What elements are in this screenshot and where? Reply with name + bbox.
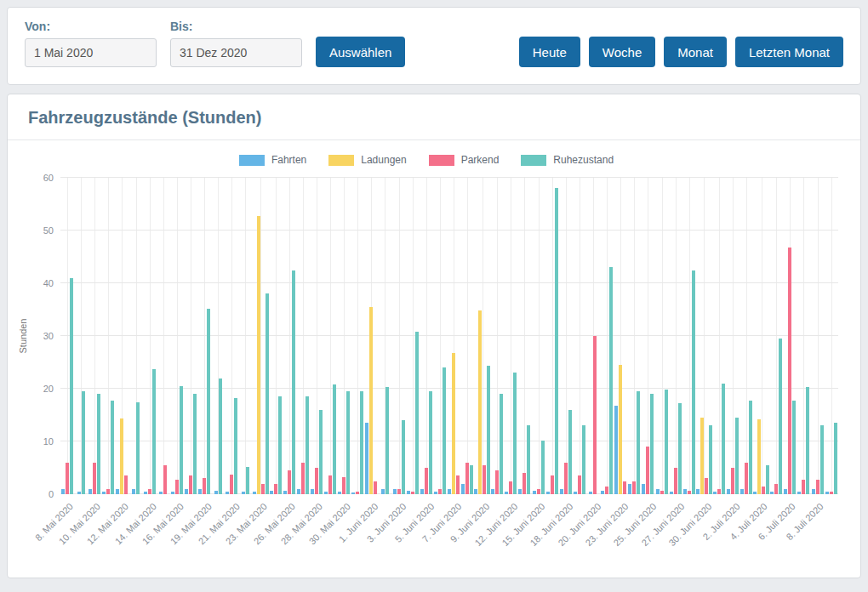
bar-parkend bbox=[274, 484, 277, 494]
bar-group bbox=[420, 178, 433, 494]
bar-group bbox=[238, 178, 252, 494]
bar-fahrten bbox=[474, 489, 477, 494]
bar-parkend bbox=[411, 492, 414, 494]
bar-group bbox=[115, 178, 128, 494]
bar-fahrten bbox=[420, 489, 424, 494]
legend-item-fahrten[interactable]: Fahrten bbox=[239, 154, 306, 166]
y-tick-label: 50 bbox=[43, 225, 54, 236]
bar-ladungen bbox=[700, 418, 704, 494]
bar-fahrten bbox=[601, 491, 604, 494]
bar-ruhezustand bbox=[429, 391, 432, 494]
bar-ladungen bbox=[452, 353, 455, 494]
bar-fahrten bbox=[518, 489, 522, 494]
legend-swatch bbox=[328, 155, 354, 166]
bar-parkend bbox=[830, 492, 833, 494]
bar-parkend bbox=[93, 463, 96, 494]
bar-ladungen bbox=[257, 216, 260, 494]
legend-item-parkend[interactable]: Parkend bbox=[429, 154, 500, 166]
bar-fahrten bbox=[214, 491, 218, 494]
von-field: Von: bbox=[25, 20, 157, 67]
bar-parkend bbox=[261, 484, 265, 494]
bar-parkend bbox=[605, 487, 608, 494]
gridline bbox=[60, 282, 838, 283]
vertical-gridline bbox=[344, 178, 345, 494]
bar-group bbox=[364, 178, 378, 494]
vertical-gridline bbox=[776, 178, 777, 494]
bar-ruhezustand bbox=[541, 441, 545, 494]
bar-fahrten bbox=[546, 492, 550, 494]
y-axis-title: Stunden bbox=[18, 319, 28, 354]
bar-parkend bbox=[578, 475, 581, 494]
bar-parkend bbox=[288, 470, 291, 494]
bar-group bbox=[753, 178, 769, 494]
bar-ruhezustand bbox=[443, 367, 446, 494]
legend-label: Ruhezustand bbox=[553, 154, 614, 166]
von-date-input[interactable] bbox=[25, 38, 157, 67]
bar-fahrten bbox=[381, 489, 385, 494]
bar-parkend bbox=[301, 463, 305, 494]
von-label: Von: bbox=[25, 20, 157, 33]
bar-parkend bbox=[495, 470, 499, 494]
bar-parkend bbox=[148, 489, 151, 494]
auswaehlen-button[interactable]: Auswählen bbox=[316, 37, 405, 67]
letzten-monat-button[interactable]: Letzten Monat bbox=[735, 37, 843, 67]
bar-parkend bbox=[356, 492, 359, 494]
bar-ladungen bbox=[120, 418, 123, 494]
bar-fahrten bbox=[159, 492, 163, 494]
bar-ruhezustand bbox=[766, 465, 769, 494]
legend-item-ladungen[interactable]: Ladungen bbox=[328, 154, 406, 166]
vertical-gridline bbox=[483, 178, 483, 494]
heute-button[interactable]: Heute bbox=[519, 37, 580, 67]
bar-ruhezustand bbox=[692, 270, 695, 495]
bar-ruhezustand bbox=[360, 391, 363, 494]
bar-ruhezustand bbox=[385, 387, 389, 494]
vertical-gridline bbox=[704, 178, 705, 494]
vertical-gridline bbox=[733, 178, 734, 494]
y-tick-label: 0 bbox=[49, 489, 54, 499]
bar-ruhezustand bbox=[792, 401, 796, 494]
vertical-gridline bbox=[580, 178, 580, 494]
bar-ladungen bbox=[757, 419, 761, 494]
vertical-gridline bbox=[539, 178, 540, 494]
vertical-gridline bbox=[467, 178, 468, 494]
bar-parkend bbox=[717, 489, 721, 494]
bar-fahrten bbox=[132, 489, 135, 494]
chart-panel: Fahrzeugzustände (Stunden) FahrtenLadung… bbox=[7, 94, 861, 578]
vertical-gridline bbox=[497, 178, 498, 494]
bar-ruhezustand bbox=[487, 366, 490, 494]
bar-parkend bbox=[465, 463, 469, 494]
bar-group bbox=[586, 178, 600, 494]
bar-fahrten bbox=[116, 489, 119, 494]
filter-row: Von: Bis: Auswählen Heute Woche Monat Le… bbox=[25, 20, 843, 67]
bis-field: Bis: bbox=[170, 20, 302, 67]
vertical-gridline bbox=[94, 178, 95, 494]
bar-group bbox=[600, 178, 614, 494]
bis-date-input[interactable] bbox=[170, 38, 302, 67]
vertical-gridline bbox=[163, 178, 164, 494]
bar-parkend bbox=[537, 489, 540, 494]
bar-fahrten bbox=[614, 406, 618, 494]
bar-parkend bbox=[646, 447, 649, 494]
monat-button[interactable]: Monat bbox=[664, 37, 727, 67]
bar-ruhezustand bbox=[180, 386, 183, 494]
bar-group bbox=[614, 178, 627, 494]
bar-group bbox=[406, 178, 420, 494]
legend-item-ruhezustand[interactable]: Ruhezustand bbox=[521, 154, 614, 166]
woche-button[interactable]: Woche bbox=[589, 37, 655, 67]
bar-fahrten bbox=[628, 484, 631, 494]
bar-group bbox=[323, 178, 337, 494]
bar-group bbox=[573, 178, 586, 494]
bar-fahrten bbox=[144, 492, 147, 494]
bar-fahrten bbox=[283, 491, 287, 494]
vertical-gridline bbox=[150, 178, 151, 494]
x-axis-labels: 8. Mai 202010. Mai 202012. Mai 202014. M… bbox=[60, 494, 838, 567]
bar-fahrten bbox=[797, 492, 801, 494]
bar-parkend bbox=[438, 489, 442, 494]
bar-parkend bbox=[456, 475, 460, 494]
panel-title: Fahrzeugzustände (Stunden) bbox=[28, 108, 261, 127]
bar-ruhezustand bbox=[219, 379, 222, 494]
bar-ruhezustand bbox=[568, 410, 572, 494]
y-tick-label: 30 bbox=[43, 331, 54, 341]
panel-header: Fahrzeugzustände (Stunden) bbox=[8, 94, 860, 140]
y-tick-label: 60 bbox=[43, 173, 54, 183]
